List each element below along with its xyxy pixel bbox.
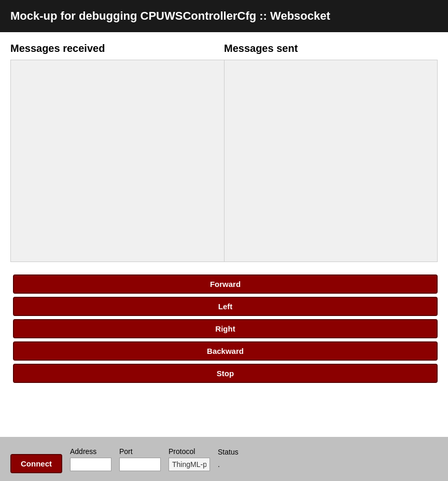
page-title: Mock-up for debugging CPUWSControllerCfg…	[10, 9, 330, 22]
messages-section: Messages received Messages sent	[10, 43, 438, 264]
controls-section: Forward Left Right Backward Stop	[10, 274, 438, 383]
messages-received-label: Messages received	[10, 43, 224, 54]
messages-sent-panel: Messages sent	[224, 43, 438, 264]
status-field-group: Status .	[218, 448, 239, 471]
status-label: Status	[218, 448, 239, 456]
address-input[interactable]	[70, 458, 111, 471]
port-label: Port	[119, 447, 133, 456]
page-header: Mock-up for debugging CPUWSControllerCfg…	[0, 0, 448, 32]
messages-sent-label: Messages sent	[224, 43, 438, 54]
port-field-group: Port	[119, 447, 161, 471]
address-label: Address	[70, 447, 96, 456]
footer: Connect Address Port Protocol Status .	[0, 437, 448, 481]
messages-sent-textarea[interactable]	[224, 60, 438, 262]
forward-button[interactable]: Forward	[13, 274, 438, 294]
right-button[interactable]: Right	[13, 319, 438, 338]
messages-received-textarea[interactable]	[10, 60, 224, 262]
connect-button[interactable]: Connect	[10, 454, 62, 473]
stop-button[interactable]: Stop	[13, 364, 438, 383]
status-value: .	[218, 458, 220, 471]
protocol-input[interactable]	[169, 458, 210, 471]
messages-received-panel: Messages received	[10, 43, 224, 264]
protocol-label: Protocol	[169, 447, 195, 456]
left-button[interactable]: Left	[13, 297, 438, 316]
main-content: Messages received Messages sent Forward …	[0, 32, 448, 437]
protocol-field-group: Protocol	[169, 447, 210, 471]
port-input[interactable]	[119, 458, 161, 471]
backward-button[interactable]: Backward	[13, 341, 438, 361]
address-field-group: Address	[70, 447, 111, 471]
